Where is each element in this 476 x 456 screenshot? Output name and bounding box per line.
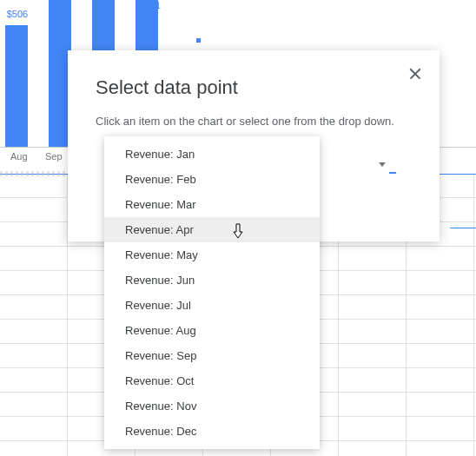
bar-value-label: $681 [133, 0, 168, 10]
x-axis-label-sep: Sep [45, 151, 63, 162]
x-axis-label-aug: Aug [10, 151, 28, 162]
chart-selected-marker[interactable] [195, 37, 202, 43]
select-field-underline[interactable] [389, 172, 396, 174]
close-icon[interactable] [408, 66, 424, 82]
dropdown-item-jun[interactable]: Revenue: Jun [104, 268, 320, 293]
chevron-down-icon[interactable] [379, 162, 386, 167]
row-resize-handle[interactable] [0, 171, 65, 176]
dialog-subtitle: Click an item on the chart or select one… [96, 115, 412, 128]
chart-bar[interactable] [5, 25, 28, 147]
dropdown-item-aug[interactable]: Revenue: Aug [104, 318, 320, 343]
dropdown-item-apr[interactable]: Revenue: Apr [104, 217, 320, 242]
dropdown-item-sep[interactable]: Revenue: Sep [104, 343, 320, 368]
dropdown-item-oct[interactable]: Revenue: Oct [104, 368, 320, 393]
dropdown-item-nov[interactable]: Revenue: Nov [104, 393, 320, 419]
data-point-dropdown[interactable]: Revenue: Jan Revenue: Feb Revenue: Mar R… [104, 136, 320, 449]
dialog-title: Select data point [96, 76, 412, 99]
dropdown-item-dec[interactable]: Revenue: Dec [104, 419, 320, 444]
dropdown-item-jan[interactable]: Revenue: Jan [104, 142, 320, 167]
dropdown-item-jul[interactable]: Revenue: Jul [104, 293, 320, 318]
bar-value-label: $506 [0, 9, 35, 19]
dropdown-item-feb[interactable]: Revenue: Feb [104, 167, 320, 192]
dropdown-item-mar[interactable]: Revenue: Mar [104, 192, 320, 217]
dropdown-item-may[interactable]: Revenue: May [104, 242, 320, 268]
selection-border-right [450, 228, 476, 228]
